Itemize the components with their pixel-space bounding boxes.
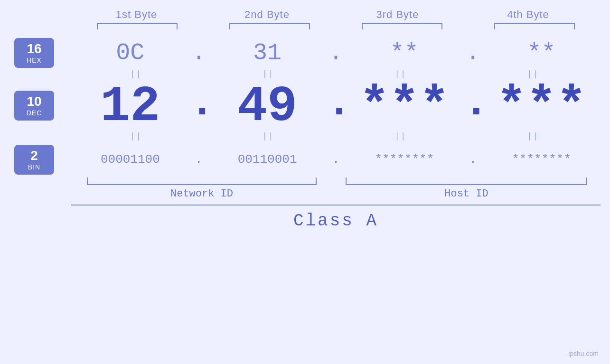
hex-dot3: .	[463, 39, 482, 66]
dec-dot3: .	[463, 82, 482, 124]
eq2: ||	[204, 69, 336, 79]
byte2-header: 2nd Byte	[202, 9, 332, 21]
hex-val2: 31	[208, 39, 327, 66]
bin-val2: 00110001	[208, 152, 327, 167]
eq3: ||	[336, 69, 469, 79]
bin-badge: 2 BIN	[14, 145, 54, 175]
dec-base-number: 10	[19, 94, 49, 109]
class-label: Class A	[293, 211, 378, 231]
bracket-byte3	[336, 23, 469, 29]
host-id-section: Host ID	[332, 177, 601, 200]
eq4: ||	[468, 69, 601, 79]
hex-base-number: 16	[19, 42, 49, 56]
dec-dot1: .	[189, 82, 208, 124]
bin-val4: ********	[482, 152, 601, 167]
bracket-byte4	[468, 23, 601, 29]
watermark: ipshu.com	[568, 350, 599, 357]
hex-dot1: .	[189, 39, 208, 66]
bin-dot3: .	[463, 152, 482, 167]
hex-badge-col: 16 HEX	[9, 38, 71, 68]
bin-row-group: 2 BIN 00001100 . 00110001 . ********	[9, 145, 601, 175]
bin-badge-col: 2 BIN	[9, 145, 71, 175]
host-bracket-line	[346, 177, 587, 185]
bottom-bracket-section: Network ID Host ID	[9, 177, 601, 200]
byte3-header: 3rd Byte	[332, 9, 463, 21]
dec-badge-col: 10 DEC	[9, 91, 71, 121]
hex-val1: 0C	[71, 39, 189, 66]
hex-val3: **	[346, 39, 464, 66]
dec-val2: 49	[208, 85, 327, 130]
bin-dot2: .	[327, 152, 346, 167]
hex-values: 0C . 31 . ** . **	[71, 39, 601, 66]
bin-base-number: 2	[19, 149, 49, 163]
network-id-section: Network ID	[71, 177, 332, 200]
network-id-label: Network ID	[170, 188, 233, 200]
dec-base-label: DEC	[19, 109, 49, 117]
hex-base-label: HEX	[19, 56, 49, 64]
byte4-header: 4th Byte	[463, 9, 593, 21]
main-container: 1st Byte 2nd Byte 3rd Byte 4th Byte 16 H…	[0, 0, 610, 364]
network-bracket-line	[87, 177, 317, 185]
hex-badge: 16 HEX	[14, 38, 54, 68]
bracket-byte1	[71, 23, 204, 29]
bin-val1: 00001100	[71, 152, 189, 167]
hex-val4: **	[482, 39, 601, 66]
dec-dot2: .	[327, 82, 346, 124]
bin-base-label: BIN	[19, 163, 49, 171]
equals-row-1: || || || ||	[9, 69, 601, 79]
host-id-label: Host ID	[444, 188, 488, 200]
bin-dot1: .	[189, 152, 208, 167]
eq1: ||	[71, 69, 204, 79]
dec-val3: ***	[346, 85, 464, 130]
hex-row-group: 16 HEX 0C . 31 . **	[9, 38, 601, 68]
class-row-container: Class A	[9, 205, 601, 231]
dec-values: 12 . 49 . *** . ***	[71, 82, 601, 130]
hex-dot2: .	[327, 39, 346, 66]
dec-row-group: 10 DEC 12 . 49 . ***	[9, 82, 601, 130]
dec-val1: 12	[71, 85, 189, 130]
dec-badge: 10 DEC	[14, 91, 54, 121]
bin-val3: ********	[346, 152, 464, 167]
class-row: Class A	[71, 205, 601, 231]
bracket-byte2	[204, 23, 336, 29]
dec-val4: ***	[482, 85, 601, 130]
byte1-header: 1st Byte	[71, 9, 202, 21]
bin-values: 00001100 . 00110001 . ******** .	[71, 152, 601, 167]
